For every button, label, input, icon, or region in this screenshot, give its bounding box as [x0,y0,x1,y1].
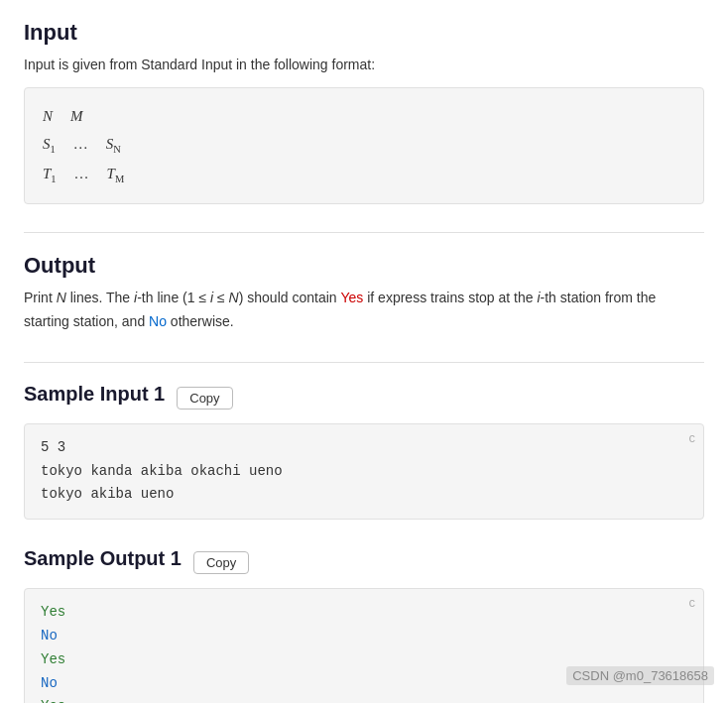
output-val-5: Yes [41,695,687,703]
sample-input-1-code: C 5 3 tokyo kanda akiba okachi ueno toky… [24,423,704,520]
format-tm: TM [107,160,125,189]
output-math: (1 ≤ i ≤ N) [182,290,243,305]
sample-input-1-heading: Sample Input 1 [24,383,165,406]
format-n: N [43,102,53,131]
divider-2 [24,362,704,363]
output-section: Output Print N lines. The i-th line (1 ≤… [24,253,704,334]
output-description: Print N lines. The i-th line (1 ≤ i ≤ N)… [24,287,704,334]
code-line-3: tokyo akiba ueno [41,483,687,507]
output-val-1: Yes [41,601,687,625]
output-i1: i [134,290,137,305]
format-dots-2: … [74,160,89,188]
format-t1: T1 [43,160,57,189]
format-m: M [70,102,83,131]
format-dots-1: … [73,130,88,159]
code-line-2: tokyo kanda akiba okachi ueno [41,460,687,484]
input-heading: Input [24,20,704,46]
output-val-2: No [41,625,687,648]
input-description: Input is given from Standard Input in th… [24,54,704,77]
output-no: No [149,313,167,329]
format-line-3: T1 … TM [43,160,685,189]
output-val-4: No [41,672,687,696]
sample-input-1-header: Sample Input 1 Copy [24,383,704,413]
output-i2: i [537,290,540,305]
input-section: Input Input is given from Standard Input… [24,20,704,204]
output-yes: Yes [340,290,363,305]
sample-input-1-corner-copy: C [688,430,695,449]
sample-input-1-copy-button[interactable]: Copy [177,387,232,410]
output-n: N [57,290,66,305]
format-sn: SN [106,130,121,160]
sample-output-1-section: Sample Output 1 Copy C Yes No Yes No Yes [24,547,704,703]
divider-1 [24,232,704,233]
sample-output-1-heading: Sample Output 1 [24,547,182,570]
sample-output-1-copy-button[interactable]: Copy [193,551,249,574]
output-heading: Output [24,253,704,279]
sample-output-1-code: C Yes No Yes No Yes [24,588,704,703]
code-line-1: 5 3 [41,436,687,460]
output-val-3: Yes [41,648,687,672]
sample-output-1-corner-copy: C [688,595,695,614]
format-line-1: N M [43,102,685,131]
format-line-2: S1 … SN [43,130,685,160]
sample-input-1-section: Sample Input 1 Copy C 5 3 tokyo kanda ak… [24,383,704,520]
input-format-box: N M S1 … SN T1 … TM [24,87,704,204]
format-s1: S1 [43,130,56,160]
sample-output-1-header: Sample Output 1 Copy [24,547,704,578]
